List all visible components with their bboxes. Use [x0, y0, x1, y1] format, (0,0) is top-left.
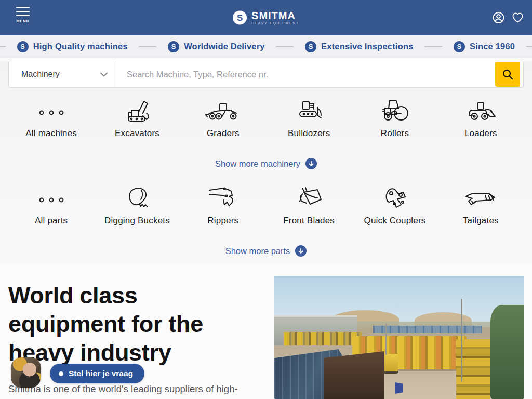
search-input[interactable]	[116, 61, 495, 87]
category-front-blades[interactable]: Front Blades	[266, 185, 352, 226]
hero-storage-rack	[373, 326, 482, 333]
arrow-down-icon	[295, 245, 307, 257]
quick-coupler-icon	[378, 185, 411, 211]
divider	[424, 46, 442, 47]
divider	[139, 46, 156, 47]
digging-bucket-icon	[121, 185, 154, 211]
brand-logo[interactable]: S SMITMA HEAVY EQUIPMENT	[233, 11, 299, 25]
smitma-badge-icon: S	[305, 41, 316, 52]
roller-icon	[378, 98, 411, 124]
show-more-parts[interactable]: Show more parts	[0, 245, 532, 257]
dots-icon	[35, 98, 68, 124]
chevron-down-icon	[100, 72, 108, 77]
favorites-heart-icon[interactable]	[512, 12, 524, 23]
machinery-categories: All machines Excavators Graders Bulldoze…	[8, 98, 524, 139]
dots-icon	[35, 185, 68, 211]
usp-worldwide-delivery: S Worldwide Delivery	[168, 41, 265, 52]
category-tailgates[interactable]: Tailgates	[438, 185, 524, 226]
online-status-dot	[59, 371, 63, 376]
selected-category: Machinery	[21, 70, 60, 79]
category-all-machines[interactable]: All machines	[8, 98, 94, 139]
category-rollers[interactable]: Rollers	[352, 98, 437, 139]
hero-light-pole	[461, 299, 462, 382]
page-title: World class equipment for the heavy indu…	[8, 281, 258, 367]
category-quick-couplers[interactable]: Quick Couplers	[352, 185, 437, 226]
category-loaders[interactable]: Loaders	[438, 98, 524, 139]
smitma-badge-icon: S	[168, 41, 179, 52]
hero-dark-building	[324, 351, 384, 399]
parts-categories: All parts Digging Buckets Rippers Front …	[8, 185, 524, 226]
front-blade-icon	[292, 185, 326, 211]
usp-extensive-inspections: S Extensive Inspections	[305, 41, 414, 52]
loader-icon	[463, 98, 498, 124]
chat-agent-avatar[interactable]	[11, 357, 41, 388]
chat-button[interactable]: Stel hier je vraag	[50, 364, 144, 383]
category-graders[interactable]: Graders	[180, 98, 266, 139]
usp-high-quality: S High Quality machines	[17, 41, 128, 52]
bulldozer-icon	[292, 98, 326, 124]
hamburger-icon	[12, 7, 33, 16]
smitma-badge-icon: S	[454, 41, 465, 52]
hero-image-equipment-yard	[274, 276, 524, 399]
grader-icon	[204, 98, 242, 124]
category-digging-buckets[interactable]: Digging Buckets	[94, 185, 180, 226]
page: MENU S SMITMA HEAVY EQUIPMENT S High Qua…	[0, 0, 532, 399]
search-button[interactable]	[495, 62, 520, 87]
tailgate-icon	[462, 185, 499, 211]
search-bar: Machinery	[8, 61, 524, 88]
category-bulldozers[interactable]: Bulldozers	[266, 98, 352, 139]
show-more-machinery[interactable]: Show more machinery	[0, 158, 532, 169]
brand-tagline: HEAVY EQUIPMENT	[251, 21, 299, 25]
account-icon[interactable]	[492, 11, 505, 24]
usp-since-1960: S Since 1960	[454, 41, 515, 52]
search-icon	[502, 69, 513, 80]
arrow-down-icon	[305, 158, 317, 169]
menu-button[interactable]: MENU	[12, 7, 33, 23]
ripper-icon	[206, 185, 240, 211]
hero-machine-row-left	[284, 332, 362, 345]
header: MENU S SMITMA HEAVY EQUIPMENT	[0, 0, 532, 35]
hero-flag	[395, 382, 403, 394]
search-category-select[interactable]: Machinery	[9, 61, 116, 87]
hero-light-pole	[385, 324, 387, 355]
header-actions	[492, 11, 524, 24]
divider	[526, 46, 532, 47]
search-and-categories-section: Machinery All machines Excavators	[0, 61, 532, 264]
divider	[276, 46, 294, 47]
divider	[0, 46, 6, 47]
hero-trees	[490, 305, 524, 399]
category-all-parts[interactable]: All parts	[8, 185, 94, 226]
usp-bar: S High Quality machines S Worldwide Deli…	[0, 35, 532, 58]
brand-name: SMITMA	[251, 11, 299, 20]
chat-widget: Stel hier je vraag	[11, 357, 144, 388]
category-rippers[interactable]: Rippers	[180, 185, 266, 226]
excavator-icon	[121, 98, 154, 124]
smitma-logo-icon: S	[233, 11, 247, 25]
menu-label: MENU	[12, 19, 33, 23]
smitma-badge-icon: S	[17, 41, 29, 52]
category-excavators[interactable]: Excavators	[94, 98, 180, 139]
